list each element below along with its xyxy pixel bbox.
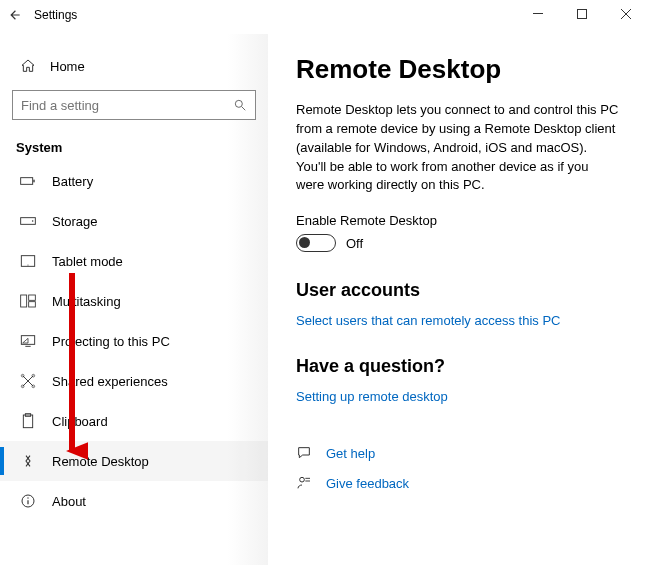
chat-icon [296,445,312,461]
settings-window: Settings Home Syst [0,0,648,565]
sidebar-item-tablet[interactable]: Tablet mode [0,241,268,281]
svg-rect-12 [29,302,36,307]
svg-line-3 [242,107,246,111]
give-feedback-label: Give feedback [326,476,409,491]
sidebar-item-label: Tablet mode [52,254,123,269]
select-users-link[interactable]: Select users that can remotely access th… [296,313,560,328]
close-button[interactable] [604,0,648,28]
arrow-left-icon [8,8,22,22]
svg-point-7 [32,220,34,222]
svg-point-9 [27,264,28,265]
remote-icon [20,453,36,469]
sidebar-item-label: Projecting to this PC [52,334,170,349]
main-content: Remote Desktop Remote Desktop lets you c… [268,34,648,565]
feedback-icon [296,475,312,491]
toggle-label: Enable Remote Desktop [296,213,620,228]
project-icon [20,333,36,349]
battery-icon [20,173,36,189]
sidebar-item-label: Shared experiences [52,374,168,389]
maximize-button[interactable] [560,0,604,28]
enable-remote-toggle[interactable] [296,234,336,252]
sidebar-home[interactable]: Home [0,48,268,84]
sidebar-item-shared[interactable]: Shared experiences [0,361,268,401]
sidebar-item-battery[interactable]: Battery [0,161,268,201]
question-heading: Have a question? [296,356,620,377]
sidebar-item-remote[interactable]: Remote Desktop [0,441,268,481]
svg-rect-1 [578,10,587,19]
sidebar-item-clipboard[interactable]: Clipboard [0,401,268,441]
storage-icon [20,213,36,229]
give-feedback-row[interactable]: Give feedback [296,468,620,498]
close-icon [621,9,631,19]
get-help-label: Get help [326,446,375,461]
toggle-row: Off [296,234,620,252]
body: Home System Battery Storage [0,34,648,565]
sidebar-home-label: Home [50,59,85,74]
sidebar-item-about[interactable]: About [0,481,268,521]
minimize-icon [533,9,543,19]
toggle-state: Off [346,236,363,251]
svg-rect-0 [533,13,543,14]
sidebar-item-label: Remote Desktop [52,454,149,469]
about-icon [20,493,36,509]
sidebar-item-label: Battery [52,174,93,189]
svg-rect-10 [21,295,27,307]
maximize-icon [577,9,587,19]
setting-up-link[interactable]: Setting up remote desktop [296,389,448,404]
sidebar-item-label: Multitasking [52,294,121,309]
search-field[interactable] [21,98,233,113]
search-wrap [0,84,268,130]
sidebar-item-label: Storage [52,214,98,229]
titlebar: Settings [0,0,648,34]
shared-icon [20,373,36,389]
svg-point-25 [27,497,28,498]
search-icon [233,98,247,112]
tablet-icon [20,253,36,269]
back-button[interactable] [0,0,30,30]
page-description: Remote Desktop lets you connect to and c… [296,101,620,195]
get-help-row[interactable]: Get help [296,438,620,468]
sidebar-item-label: About [52,494,86,509]
home-icon [20,58,36,74]
search-input[interactable] [12,90,256,120]
sidebar-item-project[interactable]: Projecting to this PC [0,321,268,361]
sidebar-item-multitask[interactable]: Multitasking [0,281,268,321]
clipboard-icon [20,413,36,429]
svg-rect-11 [29,295,36,300]
svg-rect-4 [21,178,33,185]
svg-rect-5 [33,180,34,183]
minimize-button[interactable] [516,0,560,28]
sidebar-item-label: Clipboard [52,414,108,429]
sidebar-section-label: System [0,130,268,161]
svg-point-27 [300,478,305,483]
svg-point-2 [235,100,242,107]
sidebar-nav: Battery Storage Tablet mode Multitasking… [0,161,268,565]
sidebar-item-storage[interactable]: Storage [0,201,268,241]
multitask-icon [20,293,36,309]
window-title: Settings [30,0,81,22]
sidebar: Home System Battery Storage [0,34,268,565]
page-title: Remote Desktop [296,54,620,85]
svg-rect-21 [23,415,32,428]
user-accounts-heading: User accounts [296,280,620,301]
